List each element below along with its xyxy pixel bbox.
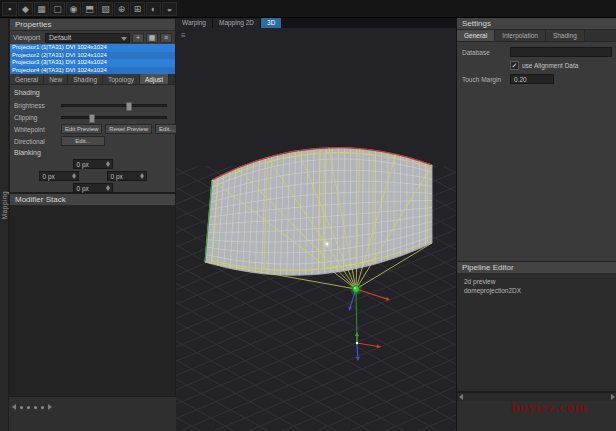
database-label: Database [462, 49, 506, 56]
viewport-tab-bar: Warping Mapping 2D 3D [176, 18, 456, 28]
step-down-icon[interactable] [106, 164, 110, 167]
tab-adjust[interactable]: Adjust [140, 74, 169, 84]
grid-view-button[interactable]: ▦ [146, 33, 158, 43]
projector-list-item[interactable]: Projector3 (3|TA31) DVI 1024x1024 [10, 59, 175, 67]
select-icon[interactable]: ▪ [2, 2, 17, 16]
scene-container [176, 28, 456, 431]
touch-margin-label: Touch Margin [462, 76, 506, 83]
pager-prev-icon[interactable] [12, 404, 16, 410]
right-dock: Settings General Interpolation Shading D… [456, 18, 616, 431]
pager-dot[interactable] [20, 406, 23, 409]
reset-preview-button[interactable]: Reset Preview [105, 124, 152, 134]
scene-canvas[interactable] [176, 28, 456, 431]
directional-row: Directional Edit... [14, 135, 171, 147]
tab-general[interactable]: General [10, 74, 44, 84]
blanking-bottom-row: 0 px [14, 183, 171, 193]
shading-section-label: Shading [14, 89, 171, 97]
sphere-tool-icon[interactable]: ◉ [66, 2, 81, 16]
brightness-slider[interactable] [61, 104, 167, 107]
add-viewport-button[interactable]: + [132, 33, 144, 43]
modifier-stack-title: Modifier Stack [10, 194, 175, 206]
mask-tool-icon[interactable]: ◒ [162, 2, 177, 16]
blanking-section-label: Blanking [14, 149, 171, 157]
blanking-middle-row: 0 px 0 px [14, 171, 171, 181]
pager-next-icon[interactable] [48, 404, 52, 410]
database-field[interactable] [510, 47, 612, 57]
projector-list-item[interactable]: Projector1 (1|TA31) DVI 1024x1024 [10, 44, 175, 52]
properties-tab-bar: General New Shading Topology Adjust [10, 74, 175, 85]
brightness-row: Brightness [14, 99, 171, 111]
main-toolbar: ▪ ◆ ▦ ▢ ◉ ⬒ ▧ ⊕ ⊞ ◐ ◒ [0, 0, 616, 18]
pager-dot[interactable] [27, 406, 30, 409]
blanking-left-value: 0 px [43, 173, 55, 180]
projector-list-item[interactable]: Projector2 (2|TA31) DVI 1024x1024 [10, 52, 175, 60]
blanking-left-spinbox[interactable]: 0 px [39, 171, 79, 181]
pager-dot[interactable] [34, 406, 37, 409]
scroll-left-icon[interactable] [459, 394, 463, 400]
scroll-right-icon[interactable] [611, 394, 615, 400]
properties-panel: Properties Viewport Default + ▦ ≡ Projec… [9, 18, 176, 193]
watermark-text: boyirz.com [511, 399, 587, 416]
step-down-icon[interactable] [140, 176, 144, 179]
diamond-tool-icon[interactable]: ◆ [18, 2, 33, 16]
clipping-slider[interactable] [61, 116, 167, 119]
clipping-label: Clipping [14, 114, 58, 121]
directional-edit-button[interactable]: Edit... [61, 136, 105, 146]
tab-warping[interactable]: Warping [176, 18, 213, 28]
blanking-top-spinbox[interactable]: 0 px [73, 159, 113, 169]
pipeline-editor-panel: Pipeline Editor 2d preview domeprojectio… [457, 262, 616, 392]
dome-tool-icon[interactable]: ⬒ [82, 2, 97, 16]
touch-margin-field[interactable]: 0.20 [510, 74, 554, 84]
pipeline-item[interactable]: domeprojection2DX [464, 286, 610, 295]
tab-shading[interactable]: Shading [68, 74, 103, 84]
left-dock-strip: Mapping [0, 18, 9, 431]
tab-settings-interpolation[interactable]: Interpolation [495, 30, 546, 41]
grid-tool-icon[interactable]: ▦ [34, 2, 49, 16]
viewport-label: Viewport [13, 34, 43, 41]
step-down-icon[interactable] [106, 188, 110, 191]
database-row: Database [462, 47, 612, 57]
properties-panel-title: Properties [10, 19, 175, 31]
viewport-combo[interactable]: Default [45, 33, 130, 43]
application-window: ▪ ◆ ▦ ▢ ◉ ⬒ ▧ ⊕ ⊞ ◐ ◒ Mapping Properties… [0, 0, 616, 431]
target-tool-icon[interactable]: ⊕ [114, 2, 129, 16]
blanking-bottom-spinbox[interactable]: 0 px [73, 183, 113, 193]
blanking-right-spinbox[interactable]: 0 px [107, 171, 147, 181]
edit-preview-button[interactable]: Edit Preview [61, 124, 102, 134]
list-view-button[interactable]: ≡ [160, 33, 172, 43]
screen-tool-icon[interactable]: ▢ [50, 2, 65, 16]
tab-mapping-2d[interactable]: Mapping 2D [213, 18, 261, 28]
tab-3d[interactable]: 3D [261, 18, 282, 28]
settings-panel-title: Settings [457, 18, 616, 30]
pipeline-item[interactable]: 2d preview [464, 277, 610, 286]
tab-new[interactable]: New [44, 74, 68, 84]
tab-settings-general[interactable]: General [457, 30, 495, 41]
brightness-label: Brightness [14, 102, 58, 109]
projector-list-item[interactable]: Projector4 (4|TA31) DVI 1024x1024 [10, 67, 175, 75]
whitepoint-edit-button[interactable]: Edit... [155, 124, 178, 134]
pipeline-editor-title: Pipeline Editor [457, 262, 616, 274]
modifier-stack-list[interactable] [10, 206, 175, 396]
alignment-checkbox-label: use Alignment Data [522, 62, 578, 69]
tab-settings-shading[interactable]: Shading [546, 30, 585, 41]
blanking-bottom-value: 0 px [77, 185, 89, 192]
alignment-checkbox-row: ✓ use Alignment Data [510, 61, 612, 70]
blanking-top-row: 0 px [14, 159, 171, 169]
step-down-icon[interactable] [72, 176, 76, 179]
layout-tool-icon[interactable]: ⊞ [130, 2, 145, 16]
viewport-3d: Warping Mapping 2D 3D ≡ [176, 18, 456, 431]
cube-tool-icon[interactable]: ▧ [98, 2, 113, 16]
properties-content: Shading Brightness Clipping Whitepoint E… [10, 85, 175, 197]
viewport-menu-icon[interactable]: ≡ [181, 32, 186, 40]
modifier-stack-panel: Modifier Stack [9, 193, 176, 397]
whitepoint-label: Whitepoint [14, 126, 58, 133]
alignment-checkbox[interactable]: ✓ [510, 61, 519, 70]
pager-dot[interactable] [41, 406, 44, 409]
settings-panel: Settings General Interpolation Shading D… [457, 18, 616, 262]
contrast-tool-icon[interactable]: ◐ [146, 2, 161, 16]
clipping-slider-handle[interactable] [89, 114, 95, 123]
brightness-slider-handle[interactable] [126, 102, 132, 111]
viewport-row: Viewport Default + ▦ ≡ [10, 31, 175, 44]
clipping-row: Clipping [14, 111, 171, 123]
tab-topology[interactable]: Topology [103, 74, 140, 84]
